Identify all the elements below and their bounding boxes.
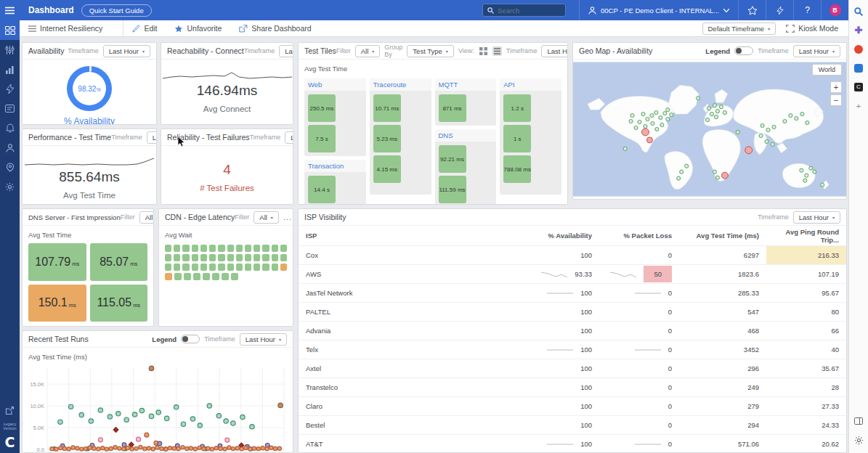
- sidebar-item-alerts[interactable]: [0, 118, 20, 138]
- timeframe-select[interactable]: Last Hour▾: [279, 45, 293, 57]
- column-header[interactable]: % Availability: [490, 226, 599, 245]
- cdn-cell[interactable]: [192, 245, 198, 252]
- cdn-cell[interactable]: [165, 273, 172, 280]
- map-zoom-in-button[interactable]: +: [830, 81, 842, 93]
- cdn-cell[interactable]: [174, 273, 182, 280]
- table-row[interactable]: PALTEL100054780: [299, 303, 846, 322]
- actions-button[interactable]: [766, 0, 793, 20]
- cdn-cell[interactable]: [218, 254, 224, 261]
- cdn-cell[interactable]: [193, 273, 200, 280]
- cdn-cell[interactable]: [209, 245, 216, 252]
- cdn-cell[interactable]: [218, 264, 224, 271]
- cdn-cell[interactable]: [272, 264, 278, 271]
- timeframe-select[interactable]: Last Hour▾: [793, 211, 840, 224]
- test-tile[interactable]: 10.71 ms: [373, 94, 401, 122]
- test-tile[interactable]: 111.59 ms: [439, 176, 466, 203]
- test-tile[interactable]: 871 ms: [439, 94, 466, 122]
- cdn-cell[interactable]: [236, 254, 243, 261]
- filter-select[interactable]: All▾: [139, 211, 154, 224]
- sidebar-item-dashboards[interactable]: [0, 20, 20, 40]
- cdn-cell[interactable]: [253, 264, 260, 271]
- sidebar-item-analytics[interactable]: [0, 60, 20, 79]
- table-row[interactable]: AWS93.33501823.6107.19: [299, 265, 846, 284]
- cdn-cell[interactable]: [272, 254, 278, 261]
- default-timeframe-select[interactable]: Default Timeframe▾: [702, 23, 776, 35]
- dns-tile[interactable]: 85.07ms: [90, 243, 148, 281]
- map-zoom-out-button[interactable]: −: [830, 94, 842, 106]
- table-row[interactable]: Axtel100029635.67: [299, 359, 846, 378]
- table-row[interactable]: Advania100046866: [299, 322, 846, 340]
- cdn-cell[interactable]: [262, 264, 269, 271]
- cdn-cell[interactable]: [165, 245, 171, 252]
- sidebar-item-nodes[interactable]: [0, 158, 20, 177]
- cdn-cell[interactable]: [165, 254, 171, 261]
- dns-tile[interactable]: 150.1ms: [28, 285, 86, 322]
- cdn-cell[interactable]: [280, 264, 287, 271]
- legend-toggle[interactable]: [181, 335, 200, 343]
- rail-settings-button[interactable]: [853, 435, 864, 446]
- cdn-cell[interactable]: [245, 254, 251, 261]
- filter-select[interactable]: All▾: [355, 45, 381, 57]
- cdn-cell[interactable]: [182, 245, 189, 252]
- cdn-cell[interactable]: [253, 245, 260, 252]
- cdn-cell[interactable]: [203, 273, 210, 280]
- rail-copilot-button[interactable]: ✚: [853, 25, 864, 36]
- cdn-cell[interactable]: [182, 254, 189, 261]
- tile-group-label[interactable]: DNS: [435, 129, 497, 142]
- cdn-cell[interactable]: [227, 264, 234, 271]
- cdn-cell[interactable]: [245, 264, 251, 271]
- tile-group-label[interactable]: MQTT: [435, 78, 497, 91]
- cdn-cell[interactable]: [192, 254, 198, 261]
- tile-group-label[interactable]: Traceroute: [370, 78, 431, 91]
- sidebar-item-settings[interactable]: [0, 177, 20, 197]
- dns-tile[interactable]: 115.05ms: [90, 285, 148, 322]
- cdn-cell[interactable]: [262, 245, 269, 252]
- tile-group-label[interactable]: API: [500, 78, 561, 91]
- rail-search-button[interactable]: [853, 6, 864, 17]
- cdn-cell[interactable]: [280, 245, 287, 252]
- cdn-cell[interactable]: [174, 245, 180, 252]
- grid-view-toggle[interactable]: [479, 46, 488, 56]
- cdn-cell[interactable]: [174, 254, 180, 261]
- cdn-cell[interactable]: [236, 264, 243, 271]
- cdn-cell[interactable]: [209, 254, 216, 261]
- test-tile[interactable]: 788.08 ms: [503, 155, 531, 183]
- timeframe-select[interactable]: Last Hour▾: [285, 131, 293, 144]
- tile-group-label[interactable]: Transaction: [304, 160, 366, 172]
- cdn-cell[interactable]: [227, 254, 234, 261]
- test-tile[interactable]: 5.23 ms: [373, 125, 401, 152]
- search-box[interactable]: [482, 4, 566, 17]
- test-tile[interactable]: 250.5 ms: [308, 94, 336, 122]
- sidebar-item-reports[interactable]: [0, 99, 20, 118]
- cdn-cell[interactable]: [174, 264, 180, 271]
- column-header[interactable]: Avg Test Time (ms): [679, 226, 766, 245]
- timeframe-select[interactable]: Last Hour▾: [793, 45, 840, 57]
- test-tile[interactable]: 4.15 ms: [373, 155, 401, 183]
- rail-outlook-button[interactable]: [853, 62, 864, 73]
- edit-button[interactable]: Edit: [123, 20, 166, 36]
- rail-pinned-app-button[interactable]: C: [853, 81, 864, 92]
- cdn-cell[interactable]: [227, 245, 234, 252]
- cdn-cell[interactable]: [280, 254, 287, 261]
- column-header[interactable]: Avg Ping Round Trip...: [766, 226, 846, 245]
- user-menu[interactable]: B: [821, 0, 848, 20]
- filter-select[interactable]: All▾: [253, 211, 279, 224]
- table-row[interactable]: JasTel Network1000285.3395.67: [299, 284, 846, 303]
- table-row[interactable]: Cox10006297216.33: [299, 246, 846, 265]
- table-row[interactable]: Claro100027927.33: [299, 397, 846, 416]
- tile-group-label[interactable]: Web: [304, 78, 366, 91]
- cdn-cell[interactable]: [253, 254, 260, 261]
- column-header[interactable]: ISP: [299, 232, 490, 240]
- table-row[interactable]: AT&T1000571.0620.62: [299, 435, 846, 453]
- timeframe-select[interactable]: Last Hour▾: [541, 45, 568, 57]
- test-tile[interactable]: 14.4 s: [308, 176, 336, 203]
- cdn-cell[interactable]: [272, 245, 278, 252]
- cdn-cell[interactable]: [262, 254, 269, 261]
- table-row[interactable]: Bestel100029424.33: [299, 416, 846, 435]
- test-tile[interactable]: 92.21 ms: [439, 145, 466, 173]
- column-header[interactable]: % Packet Loss: [599, 226, 679, 245]
- more-options-button[interactable]: ...: [283, 213, 292, 221]
- rail-office-button[interactable]: [853, 44, 864, 54]
- cdn-cell[interactable]: [218, 245, 224, 252]
- cdn-cell[interactable]: [222, 273, 229, 280]
